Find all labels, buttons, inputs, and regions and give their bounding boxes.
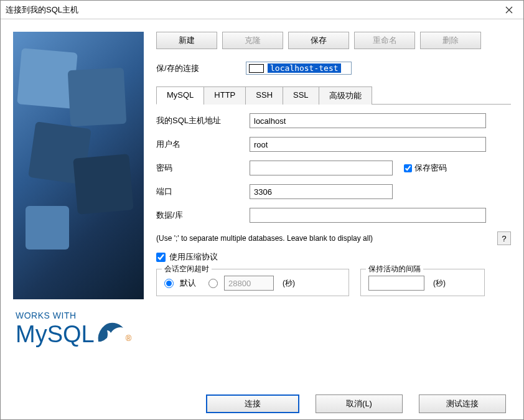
password-label: 密码: [156, 162, 250, 174]
footer: 连接 取消(L) 测试连接: [1, 388, 523, 419]
host-input[interactable]: [250, 113, 486, 128]
password-row: 密码 保存密码: [156, 161, 511, 175]
compress-option[interactable]: 使用压缩协议: [156, 251, 511, 263]
database-hint: (Use ';' to separate multiple databases.…: [156, 234, 373, 243]
idle-timeout-legend: 会话空闲超时: [162, 264, 212, 274]
save-password-checkbox[interactable]: [404, 164, 412, 172]
window-title: 连接到我的SQL主机: [6, 4, 495, 16]
clone-button[interactable]: 克隆: [222, 32, 283, 49]
user-label: 用户名: [156, 139, 250, 150]
port-label: 端口: [156, 186, 250, 197]
puzzle-icon: [73, 154, 134, 215]
mysql-text: MySQL: [16, 321, 95, 348]
keepalive-unit: (秒): [433, 278, 446, 289]
database-input[interactable]: [250, 208, 486, 223]
rename-button[interactable]: 重命名: [354, 32, 415, 49]
keepalive-legend: 保持活动的间隔: [366, 264, 423, 274]
database-row: 数据/库: [156, 208, 511, 223]
sidebar-image: [13, 32, 144, 299]
works-with-block: WORKS WITH MySQL ®: [13, 306, 144, 353]
toolbar: 新建 克隆 保存 重命名 删除: [156, 32, 511, 49]
compress-checkbox[interactable]: [156, 253, 166, 262]
cancel-button[interactable]: 取消(L): [316, 394, 403, 413]
connection-color-box: [249, 64, 264, 73]
keepalive-input[interactable]: [368, 276, 424, 291]
dialog-body: WORKS WITH MySQL ® 新建 克隆 保存 重命名 删除 保/存: [1, 19, 523, 386]
idle-default-label: 默认: [180, 278, 196, 289]
port-row: 端口: [156, 184, 511, 199]
close-button[interactable]: [495, 1, 523, 19]
user-input[interactable]: [250, 137, 486, 152]
new-button[interactable]: 新建: [156, 32, 217, 49]
registered-mark: ®: [126, 334, 132, 343]
host-row: 我的SQL主机地址: [156, 113, 511, 128]
puzzle-icon: [26, 206, 69, 250]
dolphin-icon: [96, 319, 126, 344]
idle-custom-input: [224, 276, 274, 291]
titlebar: 连接到我的SQL主机: [1, 1, 523, 19]
help-button[interactable]: ?: [497, 231, 511, 245]
saved-connection-row: 保/存的连接 localhost-test: [156, 62, 511, 75]
idle-timeout-fieldset: 会话空闲超时 默认 (秒): [156, 269, 349, 296]
tab-ssl[interactable]: SSL: [283, 86, 319, 105]
save-password-option[interactable]: 保存密码: [404, 162, 447, 174]
dialog-window: 连接到我的SQL主机 WORKS WITH MySQL ®: [0, 0, 524, 420]
password-input[interactable]: [250, 161, 393, 175]
tab-advanced[interactable]: 高级功能: [319, 86, 372, 105]
main-panel: 新建 克隆 保存 重命名 删除 保/存的连接 localhost-test My…: [156, 32, 511, 380]
database-label: 数据/库: [156, 210, 250, 221]
saved-connection-label: 保/存的连接: [156, 63, 237, 74]
saved-connection-select[interactable]: localhost-test: [246, 62, 352, 75]
timeout-row: 会话空闲超时 默认 (秒) 保持活动的间隔 (秒): [156, 269, 511, 296]
idle-unit: (秒): [283, 278, 295, 289]
tab-mysql[interactable]: MySQL: [156, 86, 204, 105]
port-input[interactable]: [250, 184, 393, 199]
connect-button[interactable]: 连接: [206, 394, 299, 413]
host-label: 我的SQL主机地址: [156, 115, 250, 126]
tabs: MySQL HTTP SSH SSL 高级功能: [156, 86, 511, 105]
save-password-label: 保存密码: [414, 162, 447, 174]
idle-custom-radio[interactable]: [208, 279, 218, 288]
tab-http[interactable]: HTTP: [204, 86, 246, 105]
tab-ssh[interactable]: SSH: [245, 86, 283, 105]
close-icon: [505, 6, 513, 14]
test-connection-button[interactable]: 测试连接: [419, 394, 506, 413]
saved-connection-name: localhost-test: [268, 63, 341, 73]
mysql-logo: MySQL ®: [16, 319, 141, 348]
compress-label: 使用压缩协议: [169, 251, 218, 263]
idle-default-radio[interactable]: [164, 279, 174, 288]
delete-button[interactable]: 删除: [420, 32, 481, 49]
save-button[interactable]: 保存: [288, 32, 349, 49]
keepalive-fieldset: 保持活动的间隔 (秒): [360, 269, 485, 296]
sidebar: WORKS WITH MySQL ®: [13, 32, 144, 380]
database-hint-row: (Use ';' to separate multiple databases.…: [156, 231, 511, 245]
user-row: 用户名: [156, 137, 511, 152]
puzzle-icon: [68, 68, 127, 127]
